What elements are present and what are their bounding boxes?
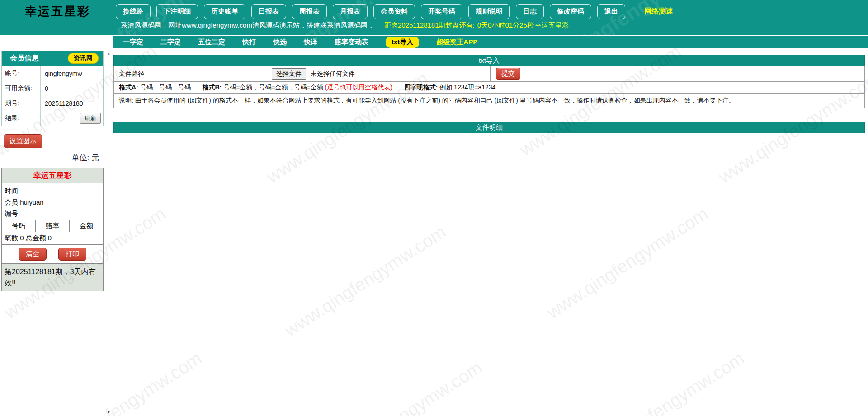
tab-quick-type[interactable]: 快打: [242, 38, 256, 47]
file-input-cell: 选择文件 未选择任何文件: [267, 66, 491, 81]
tab-one-digit[interactable]: 一字定: [123, 38, 143, 47]
main-content: 一字定 二字定 五位二定 快打 快选 快译 赔率变动表 txt导入 超级奖王AP…: [113, 35, 868, 416]
nav-draw-numbers-button[interactable]: 开奖号码: [421, 4, 462, 19]
format-a-text: 号码，号码，号码: [140, 84, 191, 91]
result-row: 结果: 刷新: [2, 111, 103, 126]
bet-type-tabbar: 一字定 二字定 五位二定 快打 快选 快译 赔率变动表 txt导入 超级奖王AP…: [113, 36, 868, 48]
ticket-title: 幸运五星彩: [2, 168, 103, 183]
nav-bet-detail-button[interactable]: 下注明细: [156, 4, 198, 19]
scroll-up-icon[interactable]: ▲: [107, 51, 111, 56]
col-amount: 金额: [69, 220, 103, 232]
col-odds: 赔率: [35, 220, 69, 232]
choose-file-button[interactable]: 选择文件: [272, 68, 306, 80]
page-title: 幸运五星彩: [25, 4, 113, 19]
txt-import-form: 文件路径 选择文件 未选择任何文件 提交 格式A: 号码，号码，号码 格式B: …: [113, 66, 865, 108]
balance-value: 0: [41, 85, 103, 92]
format-c-label: 四字现格式:: [404, 84, 438, 91]
nav-logout-button[interactable]: 退出: [597, 4, 625, 19]
tab-quick-translate[interactable]: 快译: [304, 38, 317, 47]
top-header: www.qingfengymw.com www.qingfengymw.com …: [0, 0, 868, 35]
file-detail-section-header: 文件明细: [113, 122, 865, 133]
sidebar-scrollbar[interactable]: ▲ ▼: [105, 35, 113, 416]
ticket-validity-note: 第20251128181期，3天内有效!!: [2, 263, 103, 291]
tab-txt-import[interactable]: txt导入: [386, 37, 419, 48]
nav-change-line-button[interactable]: 换线路: [116, 4, 151, 19]
page-body: 会员信息 资讯网 账号: qingfengymw 可用余额: 0 期号: 202…: [0, 35, 868, 416]
no-file-selected-text: 未选择任何文件: [311, 70, 355, 78]
nav-history-bill-button[interactable]: 历史账单: [204, 4, 245, 19]
nav-change-password-button[interactable]: 修改密码: [550, 4, 591, 19]
format-b-text: 号码=金额，号码=金额，号码=金额: [223, 84, 323, 91]
file-path-row: 文件路径 选择文件 未选择任何文件 提交: [114, 66, 864, 81]
import-instructions: 说明: 由于各会员使用的 (txt文件) 的格式不一样，如果不符合网站上要求的格…: [114, 93, 864, 108]
scroll-down-icon[interactable]: ▼: [107, 410, 111, 414]
period-value: 20251128180: [41, 100, 103, 107]
balance-label: 可用余额:: [2, 81, 41, 96]
submit-button[interactable]: 提交: [496, 68, 520, 80]
format-b-label: 格式B:: [202, 84, 222, 91]
ticket-time-label: 时间:: [5, 185, 100, 196]
clear-button[interactable]: 清空: [19, 248, 47, 261]
sidebar: 会员信息 资讯网 账号: qingfengymw 可用余额: 0 期号: 202…: [0, 35, 113, 416]
set-icon-button[interactable]: 设置图示: [4, 134, 42, 148]
period-label: 期号:: [2, 96, 41, 111]
period-row: 期号: 20251128180: [2, 96, 103, 111]
refresh-button[interactable]: 刷新: [80, 113, 101, 124]
ticket-summary: 笔数 0 总金额 0: [2, 232, 103, 245]
result-label: 结果:: [2, 111, 41, 126]
info-site-button[interactable]: 资讯网: [68, 53, 99, 64]
lottery-name-link[interactable]: 幸运五星彩: [535, 21, 569, 30]
account-label: 账号:: [2, 66, 41, 81]
balance-row: 可用余额: 0: [2, 81, 103, 96]
account-value: qingfengymw: [41, 70, 103, 77]
member-info-panel: 会员信息 资讯网 账号: qingfengymw 可用余额: 0 期号: 202…: [1, 51, 104, 126]
unit-label: 单位: 元: [0, 153, 105, 163]
member-info-title: 会员信息: [10, 54, 39, 63]
countdown-value: 0天0小时01分25秒: [477, 21, 534, 30]
nav-daily-report-button[interactable]: 日报表: [251, 4, 286, 19]
format-c-text: 例如:1234现=a1234: [439, 84, 495, 91]
nav-log-button[interactable]: 日志: [516, 4, 544, 19]
top-nav: 换线路 下注明细 历史账单 日报表 周报表 月报表 会员资料 开奖号码 规则说明…: [116, 4, 625, 19]
ticket-number-label: 编号:: [5, 208, 100, 219]
nav-rules-button[interactable]: 规则说明: [468, 4, 510, 19]
format-help-row: 格式A: 号码，号码，号码 格式B: 号码=金额，号码=金额，号码=金额 (逗号…: [114, 81, 864, 93]
bet-ticket-panel: 幸运五星彩 时间: 会员:huiyuan 编号: 号码 赔率 金额 笔数 0 总…: [1, 168, 104, 291]
network-speed-test-link[interactable]: 网络测速: [644, 7, 673, 16]
countdown-label: 距离20251128181期封盘还有:: [384, 21, 475, 30]
nav-member-profile-button[interactable]: 会员资料: [373, 4, 415, 19]
account-row: 账号: qingfengymw: [2, 66, 103, 81]
txt-import-section-header: txt导入: [113, 55, 865, 66]
tab-five-pos-two[interactable]: 五位二定: [198, 38, 225, 47]
ticket-member-label: 会员:huiyuan: [5, 196, 100, 208]
tab-odds-change[interactable]: 赔率变动表: [335, 38, 368, 47]
print-button[interactable]: 打印: [58, 248, 86, 261]
format-a-label: 格式A:: [119, 84, 138, 91]
format-b-note: (逗号也可以用空格代表): [325, 84, 392, 91]
col-number: 号码: [2, 220, 35, 232]
nav-monthly-report-button[interactable]: 月报表: [333, 4, 368, 19]
file-path-label: 文件路径: [114, 66, 267, 81]
ticket-table-header: 号码 赔率 金额: [2, 220, 103, 232]
tab-super-app[interactable]: 超级奖王APP: [436, 38, 477, 47]
tab-two-digit[interactable]: 二字定: [160, 38, 181, 47]
tab-quick-pick[interactable]: 快选: [273, 38, 287, 47]
nav-weekly-report-button[interactable]: 周报表: [292, 4, 327, 19]
announcement-marquee: 系清风源码网，网址www.qingfengymw.com清风源码演示站，搭建联系…: [121, 21, 374, 30]
